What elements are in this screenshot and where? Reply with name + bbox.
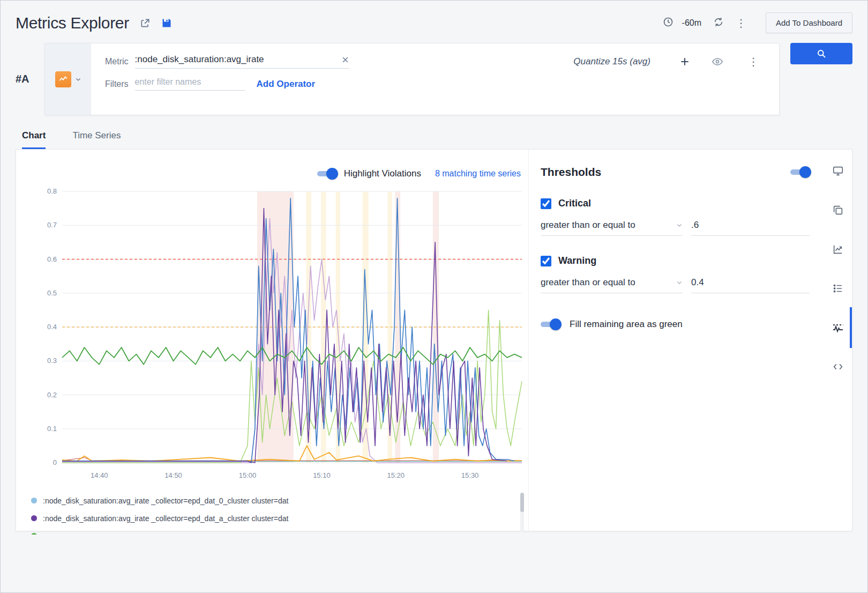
page-title: Metrics Explorer [16,14,129,32]
time-range-label[interactable]: -60m [682,18,701,28]
svg-text:0.1: 0.1 [47,425,57,433]
metrics-chart[interactable]: 00.10.20.30.40.50.60.70.814:4014:5015:00… [31,184,529,484]
active-rail-indicator [850,307,852,348]
legend-scrollbar[interactable] [520,493,524,532]
thresholds-title: Thresholds [541,166,601,179]
thresholds-toggle[interactable] [790,169,810,175]
warning-value-input[interactable] [691,277,810,293]
header: Metrics Explorer -60m [1,1,867,41]
query-card: Metric Quantize 15s (avg) ⋮ Filters [44,43,780,115]
filters-input[interactable] [135,77,245,91]
search-icon [816,48,827,59]
highlight-violations-toggle[interactable] [317,171,336,176]
critical-checkbox[interactable] [541,198,551,209]
chevron-down-icon [676,222,683,228]
svg-text:0.7: 0.7 [47,221,57,229]
legend-item[interactable] [31,527,514,535]
legend-scrollbar-thumb[interactable] [520,493,524,512]
svg-text:0.3: 0.3 [47,357,57,365]
matching-series-link[interactable]: 8 matching time series [435,169,521,179]
svg-text:15:10: 15:10 [313,471,331,479]
legend-color-dot [31,498,37,503]
chart-panel: Highlight Violations 8 matching time ser… [16,150,529,531]
metric-type-selector[interactable] [45,43,91,115]
query-kebab-menu-icon[interactable]: ⋮ [745,56,762,67]
legend-color-dot [31,515,37,521]
warning-comparator-value: greater than or equal to [541,277,635,288]
add-to-dashboard-button[interactable]: Add To Dashboard [766,12,852,33]
clear-metric-icon[interactable] [341,56,349,64]
critical-value-input[interactable] [691,220,810,236]
tab-bar: Chart Time Series [1,130,867,149]
svg-text:14:50: 14:50 [164,471,182,479]
legend-item[interactable]: :node_disk_saturation:avg_irate _collect… [31,492,514,509]
code-icon [832,361,844,373]
thresholds-panel: Thresholds Critical greater than or equa… [529,150,824,531]
warning-label: Warning [558,255,596,266]
query-row: #A Metric Quantize 15s (avg) [1,41,867,115]
filters-label: Filters [105,79,129,89]
svg-text:15:20: 15:20 [387,471,405,479]
svg-text:0.2: 0.2 [47,391,57,399]
legend-color-dot [31,533,37,535]
chevron-down-icon [75,76,81,83]
threshold-wave-icon [832,321,844,334]
rail-item-display[interactable] [824,158,852,184]
rail-item-duplicate[interactable] [824,197,852,223]
tab-chart[interactable]: Chart [22,130,46,149]
svg-text:0.4: 0.4 [47,323,57,331]
svg-text:0: 0 [53,458,57,466]
metric-type-icon [55,71,71,87]
legend-label: :node_disk_saturation:avg_irate _collect… [43,514,288,523]
trend-chart-icon [832,243,844,255]
refresh-icon[interactable] [713,17,724,29]
export-icon[interactable] [140,18,151,28]
query-row-label: #A [16,43,44,115]
monitor-icon [832,165,844,177]
legend-label: :node_disk_saturation:avg_irate _collect… [43,496,288,505]
rail-item-thresholds[interactable] [824,315,852,340]
critical-comparator-value: greater than or equal to [541,220,635,231]
critical-comparator-select[interactable]: greater than or equal to [541,220,683,236]
svg-text:0.5: 0.5 [47,289,57,297]
svg-text:15:00: 15:00 [239,471,257,479]
add-metric-icon[interactable] [679,56,690,67]
rail-item-list[interactable] [824,276,852,301]
legend-list: :node_disk_saturation:avg_irate _collect… [31,492,514,535]
metric-input-wrap [135,54,349,69]
rail-item-trend[interactable] [824,236,852,262]
save-icon[interactable] [161,18,172,28]
warning-comparator-select[interactable]: greater than or equal to [541,277,683,293]
highlight-violations-label: Highlight Violations [344,168,421,179]
add-operator-link[interactable]: Add Operator [257,79,316,90]
tab-time-series[interactable]: Time Series [72,130,121,149]
quantize-label[interactable]: Quantize 15s (avg) [573,56,650,67]
fill-green-toggle[interactable] [541,322,560,327]
fill-green-label: Fill remaining area as green [570,319,683,330]
metric-label: Metric [105,57,129,66]
svg-text:15:30: 15:30 [461,471,479,479]
visibility-eye-icon[interactable] [712,56,723,68]
content-card: Highlight Violations 8 matching time ser… [16,149,852,531]
metrics-explorer-page: Metrics Explorer -60m [0,0,868,593]
critical-label: Critical [558,198,591,209]
svg-text:14:40: 14:40 [91,471,108,479]
svg-text:0.8: 0.8 [47,187,57,195]
svg-text:0.6: 0.6 [47,255,57,263]
clock-icon[interactable] [663,17,674,29]
copy-icon [832,204,844,216]
list-icon [832,283,844,294]
search-button[interactable] [790,43,852,64]
legend-item[interactable]: :node_disk_saturation:avg_irate _collect… [31,509,514,527]
legend: :node_disk_saturation:avg_irate _collect… [31,492,528,535]
metric-input[interactable] [135,54,341,65]
rail-item-code[interactable] [824,354,852,380]
header-kebab-menu-icon[interactable]: ⋮ [732,18,750,28]
chevron-down-icon [676,279,683,286]
view-options-rail [824,150,852,531]
warning-checkbox[interactable] [541,256,551,266]
